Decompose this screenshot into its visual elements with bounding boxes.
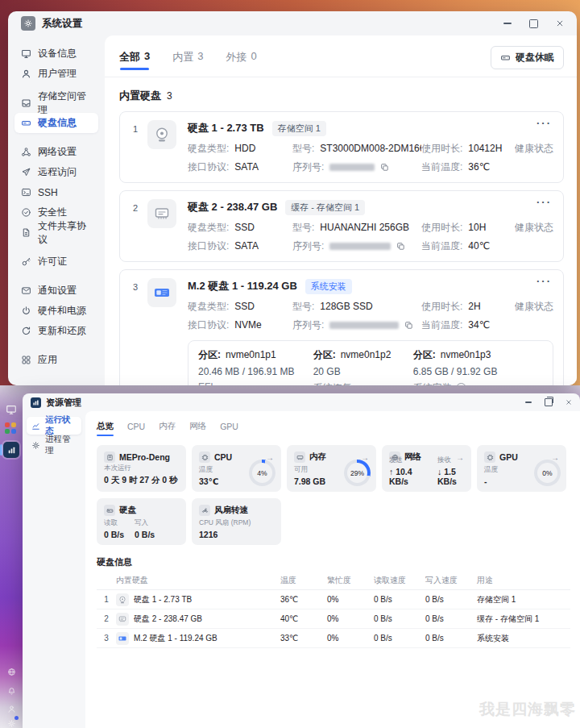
gpu-card[interactable]: GPU 温度 - 0%	[477, 445, 566, 492]
usage-hours-label: 使用时长:	[421, 301, 462, 312]
minimize-button[interactable]	[503, 23, 512, 24]
serial-label: 序列号:	[292, 161, 324, 173]
model-value: ST3000DM008-2DM166	[320, 143, 421, 154]
gpu-gauge: 0%	[534, 460, 561, 486]
copy-icon[interactable]	[380, 163, 389, 172]
col-read-speed: 读取速度	[374, 575, 425, 586]
fan-icon	[199, 505, 210, 516]
resource-content: 总览 CPU 内存 网络 GPU MEPro-Deng 本次运行 0 天 9 时…	[85, 411, 580, 728]
tab-label: 内置	[172, 50, 193, 64]
dock	[0, 393, 23, 728]
drive-icon	[104, 505, 115, 516]
disk-name: 硬盘 2 - 238.47 GB	[188, 200, 277, 214]
sidebar-item-label: 网络设置	[38, 145, 77, 159]
close-button[interactable]	[556, 19, 564, 27]
copy-icon[interactable]	[404, 321, 413, 330]
temp-label: 当前温度:	[421, 319, 462, 331]
disk-type-value: HDD	[234, 143, 255, 154]
row-disk-name: 硬盘 2 - 238.47 GB	[134, 614, 202, 625]
sidebar-item-label: 许可证	[38, 255, 67, 268]
sidebar-item-user-management[interactable]: 用户管理	[14, 64, 98, 84]
row-read: 0 B/s	[374, 634, 425, 643]
cpu-card[interactable]: CPU 温度 33℃ 4%	[192, 445, 281, 492]
restore-button[interactable]	[545, 398, 553, 406]
row-read: 0 B/s	[374, 595, 425, 604]
dock-user-icon[interactable]	[6, 703, 17, 714]
health-status[interactable]: 健康状态:正常›	[515, 142, 553, 156]
partition-size: 6.85 GB / 91.92 GB	[413, 366, 543, 377]
table-row[interactable]: 1 硬盘 1 - 2.73 TB 36℃ 0% 0 B/s 0 B/s 存储空间…	[97, 590, 570, 609]
dock-launcher-icon[interactable]	[5, 422, 16, 434]
network-card[interactable]: 网络 发送↑ 10.4 KB/s 接收↓ 1.5 KB/s	[382, 445, 471, 492]
tab-label: 外接	[226, 50, 246, 64]
gauge-value: 29%	[347, 463, 367, 483]
tab-external[interactable]: 外接0	[226, 50, 256, 64]
sidebar-item-apps[interactable]: 应用	[14, 350, 98, 370]
tab-all[interactable]: 全部3	[119, 50, 150, 64]
health-status[interactable]: 健康状态:正常›	[515, 221, 553, 235]
tab-internal[interactable]: 内置3	[172, 50, 203, 64]
memory-gauge: 29%	[344, 460, 371, 486]
sidebar-item-label: 应用	[38, 353, 57, 367]
card-title: CPU	[214, 452, 232, 462]
tab-overview[interactable]: 总览	[97, 421, 114, 432]
info-icon[interactable]: i	[456, 383, 466, 385]
resource-tabs: 总览 CPU 内存 网络 GPU	[97, 418, 570, 435]
minimize-button[interactable]	[525, 401, 532, 403]
partition-2: 分区:nvme0n1p2 20 GB 系统恢复	[313, 348, 413, 385]
send-value: ↑ 10.4 KB/s	[389, 467, 427, 486]
sidebar-item-label: 硬盘信息	[38, 116, 77, 130]
dock-notifications-icon[interactable]	[6, 685, 17, 697]
sidebar-item-update-restore[interactable]: 更新和还原	[14, 321, 98, 341]
sidebar-item-storage-space[interactable]: 存储空间管理	[14, 93, 98, 113]
memory-card[interactable]: 内存 可用 7.98 GB 29%	[287, 445, 376, 492]
sidebar-item-device-info[interactable]: 设备信息	[14, 44, 98, 64]
more-menu-button[interactable]	[536, 196, 552, 208]
disk-index: 3	[126, 278, 144, 385]
col-write-speed: 写入速度	[425, 575, 477, 586]
sidebar-item-license[interactable]: 许可证	[14, 252, 98, 272]
dock-settings-icon[interactable]	[6, 718, 17, 728]
table-row[interactable]: 2 硬盘 2 - 238.47 GB 40℃ 0% 0 B/s 0 B/s 缓存…	[97, 609, 570, 629]
user-icon	[21, 69, 31, 79]
sidebar-item-remote-access[interactable]: 远程访问	[14, 162, 98, 182]
sidebar-item-process-management[interactable]: 进程管理	[27, 436, 81, 454]
dock-search-icon[interactable]	[6, 666, 17, 677]
sidebar-item-label: 设备信息	[38, 47, 77, 60]
disk-type-label: 硬盘类型:	[188, 143, 229, 154]
usage-hours-label: 使用时长:	[421, 222, 462, 233]
sidebar-item-notifications[interactable]: 通知设置	[14, 281, 98, 301]
usage-hours-value: 10412H	[468, 143, 502, 154]
health-label: 健康状态:	[515, 222, 553, 233]
close-button[interactable]	[566, 399, 572, 406]
tab-memory[interactable]: 内存	[159, 421, 176, 432]
host-card[interactable]: MEPro-Deng 本次运行 0 天 9 时 27 分 0 秒	[97, 445, 186, 492]
health-status[interactable]: 健康状态:正常›	[515, 300, 553, 314]
more-menu-button[interactable]	[536, 117, 552, 129]
sidebar-item-label: 用户管理	[38, 67, 77, 81]
section-internal-disks: 内置硬盘 3	[119, 89, 564, 103]
card-value: 7.98 GB	[294, 476, 325, 486]
tab-network[interactable]: 网络	[189, 421, 206, 432]
sidebar-item-ssh[interactable]: SSH	[14, 182, 98, 202]
dock-desktop-icon[interactable]	[3, 401, 19, 418]
copy-icon[interactable]	[396, 242, 405, 251]
col-internal-disk: 内置硬盘	[116, 575, 280, 586]
table-row[interactable]: 3 M.2 硬盘 1 - 119.24 GB 33℃ 0% 0 B/s 0 B/…	[97, 629, 570, 648]
fan-card[interactable]: 风扇转速 CPU 风扇 (RPM) 1216	[192, 498, 281, 545]
security-icon	[21, 207, 31, 218]
sidebar-item-run-status[interactable]: 运行状态	[27, 417, 81, 435]
divider	[105, 77, 577, 77]
dock-resource-manager-icon[interactable]	[3, 442, 19, 458]
sidebar-item-file-share[interactable]: 文件共享协议	[14, 223, 98, 243]
card-value: 1216	[199, 530, 251, 539]
tab-cpu[interactable]: CPU	[127, 422, 145, 431]
disk-hibernate-button[interactable]: 硬盘休眠	[491, 46, 564, 69]
tab-gpu[interactable]: GPU	[220, 422, 238, 431]
more-menu-button[interactable]	[536, 275, 552, 287]
sidebar-item-network[interactable]: 网络设置	[14, 142, 98, 162]
disk-io-card[interactable]: 硬盘 读取0 B/s 写入0 B/s	[97, 498, 186, 545]
maximize-button[interactable]	[529, 19, 538, 28]
sidebar-item-hardware-power[interactable]: 硬件和电源	[14, 301, 98, 321]
temp-value: 34℃	[468, 319, 490, 331]
